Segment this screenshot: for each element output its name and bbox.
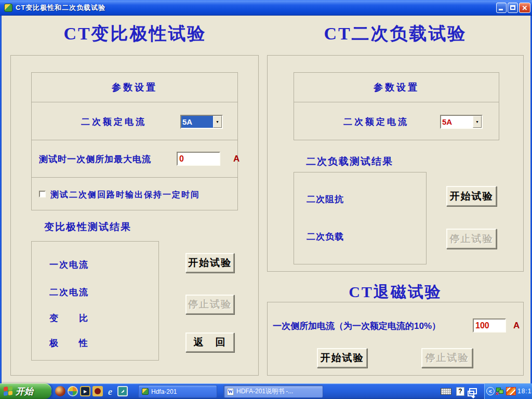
media-player-classic-icon[interactable]: ▶ [80, 386, 90, 396]
demag-current-unit: A [513, 321, 520, 331]
window-titlebar[interactable]: CT变比极性和二次负载试验 ✕ [0, 0, 532, 16]
result-row-ratio: 变 比 [49, 312, 89, 324]
params-header: 参数设置 [112, 81, 157, 94]
app-icon [4, 4, 12, 12]
demag-current-label: 一次侧所加电流（为一次额定电流的10%） [273, 320, 441, 332]
burden-rated-current-cell: 二次额定电流 5A ▼ [294, 102, 499, 140]
ratio-params-header-cell: 参数设置 [31, 72, 238, 102]
ratio-results-heading: 变比极性测试结果 [44, 220, 131, 234]
burden-params-header-cell: 参数设置 [294, 72, 499, 102]
window-title: CT变比极性和二次负载试验 [16, 3, 105, 12]
minimize-button[interactable] [496, 3, 507, 13]
demag-test-panel: 一次侧所加电流（为一次额定电流的10%） A 开始试验 停止试验 [267, 302, 524, 376]
demag-start-button[interactable]: 开始试验 [317, 348, 367, 368]
browser-icon[interactable] [55, 386, 65, 396]
ratio-hold-time-cell: 测试二次侧回路时输出保持一定时间 [31, 177, 238, 210]
rated-current-label: 二次额定电流 [343, 116, 409, 128]
ratio-rated-current-cell: 二次额定电流 5A ▼ [31, 102, 238, 140]
combo-dropdown-button[interactable]: ▼ [473, 116, 482, 128]
taskbar: 开始 ▶ e Hdfa-201 W HDFA-201说明书 -... ? < [0, 383, 532, 399]
result-row-polarity: 极 性 [49, 337, 89, 349]
network-error-badge: ✕ [495, 391, 499, 396]
rated-current-combo[interactable]: 5A ▼ [440, 115, 483, 129]
result-row-secondary-burden: 二次负载 [307, 231, 344, 243]
close-button[interactable]: ✕ [519, 3, 530, 13]
hold-time-label: 测试二次侧回路时输出保持一定时间 [50, 190, 200, 201]
taskbar-clock[interactable]: 18:13 [517, 388, 532, 395]
quick-launch-bar: ▶ e [55, 386, 128, 396]
tray-network-icon[interactable]: ✕ [496, 388, 504, 395]
wmp-icon[interactable] [68, 386, 78, 396]
ratio-results-box: 一次电流 二次电流 变 比 极 性 [31, 241, 159, 361]
demag-stop-button[interactable]: 停止试验 [421, 348, 473, 368]
hold-time-checkbox[interactable] [39, 191, 46, 197]
play-icon: ▶ [84, 389, 87, 394]
task-label: HDFA-201说明书 -... [236, 387, 293, 396]
ratio-section-title: CT变比极性试验 [10, 22, 260, 46]
word-document-icon: W [227, 388, 234, 395]
window-restore-icon[interactable] [469, 388, 477, 394]
burden-section-title: CT二次负载试验 [267, 22, 524, 46]
help-icon[interactable]: ? [456, 387, 464, 396]
start-button-label: 开始 [16, 385, 33, 397]
back-button[interactable]: 返 回 [185, 332, 234, 352]
ratio-stop-button[interactable]: 停止试验 [185, 295, 234, 314]
maximize-icon [510, 5, 515, 10]
ie-icon[interactable]: e [105, 386, 115, 396]
window-border-left [0, 16, 2, 383]
combo-dropdown-button[interactable]: ▼ [213, 116, 222, 128]
burden-results-heading: 二次负载测试结果 [306, 155, 393, 168]
app-icon [142, 388, 149, 395]
burden-results-box: 二次阻抗 二次负载 [294, 172, 427, 264]
chevron-down-icon: ▼ [216, 120, 219, 124]
show-desktop-icon[interactable] [117, 386, 128, 396]
application-window: CT变比极性和二次负载试验 ✕ CT变比极性试验 CT二次负载试验 参数设置 二… [0, 0, 532, 399]
task-label: Hdfa-201 [151, 388, 177, 395]
max-current-input[interactable] [177, 152, 220, 166]
rated-current-label: 二次额定电流 [81, 116, 147, 128]
keyboard-layout-icon[interactable] [441, 388, 451, 395]
tray-static-icons: ? [441, 383, 477, 399]
start-button[interactable]: 开始 [0, 383, 51, 399]
maximize-button[interactable] [508, 3, 518, 13]
window-controls: ✕ [496, 3, 530, 13]
realplayer-icon[interactable] [92, 386, 103, 396]
result-row-secondary-current: 二次电流 [49, 286, 89, 298]
ratio-max-current-cell: 测试时一次侧所加最大电流 A [31, 140, 238, 178]
window-body: CT变比极性试验 CT二次负载试验 参数设置 二次额定电流 5A ▼ 测试时一次… [0, 16, 532, 383]
params-header: 参数设置 [374, 81, 419, 94]
max-current-unit: A [233, 154, 240, 164]
demag-current-input[interactable] [473, 318, 506, 332]
result-row-secondary-impedance: 二次阻抗 [307, 193, 344, 205]
result-row-primary-current: 一次电流 [49, 259, 89, 271]
system-tray: < ✕ 18:13 [484, 383, 532, 399]
burden-test-panel: 参数设置 二次额定电流 5A ▼ 二次负载测试结果 二次阻抗 二次负载 开始试验… [267, 55, 524, 272]
rated-current-combo-value: 5A [181, 116, 213, 128]
rated-current-combo[interactable]: 5A ▼ [180, 115, 223, 129]
ratio-test-panel: 参数设置 二次额定电流 5A ▼ 测试时一次侧所加最大电流 A 测试二次侧回路时… [10, 55, 259, 376]
chevron-down-icon: ▼ [475, 120, 479, 124]
tray-chevron-icon[interactable]: < [486, 387, 495, 395]
ratio-start-button[interactable]: 开始试验 [185, 253, 234, 273]
taskbar-task-hdfa201[interactable]: Hdfa-201 [138, 385, 217, 398]
taskbar-task-manual[interactable]: W HDFA-201说明书 -... [223, 385, 323, 398]
windows-logo-icon [4, 386, 13, 396]
demag-section-title: CT退磁试验 [267, 282, 524, 303]
burden-stop-button[interactable]: 停止试验 [446, 229, 497, 249]
minimize-icon [499, 9, 503, 10]
max-current-label: 测试时一次侧所加最大电流 [39, 153, 151, 165]
rated-current-combo-value: 5A [441, 116, 473, 128]
tray-app-icon[interactable] [506, 387, 516, 395]
burden-start-button[interactable]: 开始试验 [446, 186, 497, 206]
